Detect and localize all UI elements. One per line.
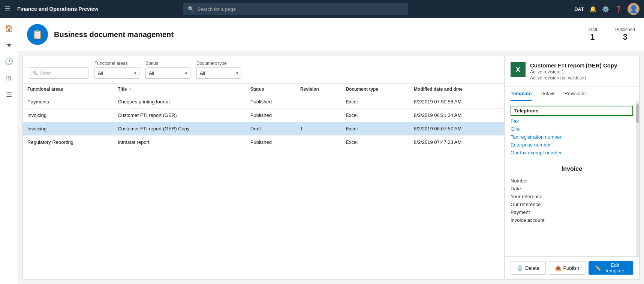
notifications-icon[interactable]: 🔔 — [589, 6, 597, 13]
cell-document-type: Excel — [341, 95, 409, 109]
sidebar-item-list[interactable]: ☰ — [1, 87, 16, 102]
field-number: Number — [505, 177, 639, 185]
cell-functional-area: Regulatory Reporting — [23, 136, 113, 149]
publish-icon: 📤 — [555, 265, 561, 271]
enterprise-link[interactable]: Enterprise number — [505, 141, 639, 149]
table-row[interactable]: Regulatory Reporting Intrastat report Pu… — [23, 136, 504, 149]
fax-link[interactable]: Fax — [505, 117, 639, 125]
delete-icon: 🗑️ — [517, 265, 523, 271]
status-label: Status — [145, 61, 190, 66]
tab-revisions[interactable]: Revisions — [565, 87, 586, 101]
sidebar-item-history[interactable]: 🕐 — [1, 54, 16, 69]
search-bar: 🔍 — [183, 3, 408, 15]
doc-list-panel: 🔍 Functional areas All Status — [22, 56, 505, 280]
search-input[interactable] — [197, 6, 404, 12]
filter-input-wrapper: 🔍 — [29, 67, 88, 79]
cell-status: Published — [246, 95, 296, 109]
settings-icon[interactable]: ⚙️ — [602, 6, 610, 13]
table-row[interactable]: Payments Cheques printing format Publish… — [23, 95, 504, 109]
draft-label: Draft — [587, 27, 597, 32]
cell-functional-area: Invoicing — [23, 122, 113, 136]
cell-modified: 8/2/2019 07:47:23 AM — [409, 136, 504, 149]
hamburger-icon[interactable]: ☰ — [4, 5, 10, 13]
col-functional-areas[interactable]: Functional areas — [23, 84, 113, 95]
functional-areas-group: Functional areas All — [94, 61, 139, 79]
cell-revision — [296, 95, 341, 109]
field-our-reference: Our reference — [505, 200, 639, 208]
filter-input[interactable] — [40, 70, 85, 76]
filter-group: 🔍 — [29, 67, 88, 79]
published-stat: Published 3 — [615, 27, 635, 42]
cell-title: Intrastat report — [113, 136, 246, 149]
tax-exempt-link[interactable]: Our tax exempt number — [505, 149, 639, 157]
side-nav: 🏠 ★ 🕐 ⊞ ☰ — [0, 18, 18, 284]
avatar[interactable]: 👤 — [628, 3, 640, 15]
cell-title: Customer FTI report (GER) — [113, 109, 246, 122]
document-type-label: Document type — [196, 61, 241, 66]
template-name: Customer FTI report (GER) Copy — [530, 62, 617, 69]
tax-reg-link[interactable]: Tax registration number — [505, 133, 639, 141]
col-status[interactable]: Status — [246, 84, 296, 95]
col-document-type[interactable]: Document type — [341, 84, 409, 95]
template-footer: 🗑️ Delete 📤 Publish ✏️ Edit template — [505, 256, 639, 279]
bottom-scrollbar[interactable] — [23, 275, 504, 279]
cell-document-type: Excel — [341, 109, 409, 122]
field-date: Date — [505, 185, 639, 193]
app-title: Finance and Operations Preview — [17, 6, 98, 12]
published-value: 3 — [615, 32, 635, 42]
nav-right: DAT 🔔 ⚙️ ❓ 👤 — [574, 3, 640, 15]
status-select[interactable]: All — [145, 67, 190, 79]
field-payment: Payment — [505, 208, 639, 216]
cell-document-type: Excel — [341, 122, 409, 136]
functional-areas-select[interactable]: All — [94, 67, 139, 79]
field-invoice-account: Invoice account — [505, 216, 639, 224]
cell-modified: 8/2/2019 07:50:56 AM — [409, 95, 504, 109]
table-header: Functional areas Title ↑ Status — [23, 84, 504, 95]
cell-revision — [296, 136, 341, 149]
sidebar-item-star[interactable]: ★ — [1, 37, 16, 52]
template-panel-header: X Customer FTI report (GER) Copy Active … — [505, 56, 639, 87]
top-nav: ☰ Finance and Operations Preview 🔍 DAT 🔔… — [0, 0, 644, 18]
search-icon: 🔍 — [188, 6, 194, 12]
layout: 🏠 ★ 🕐 ⊞ ☰ 📋 Business document management… — [0, 18, 644, 284]
env-badge: DAT — [574, 6, 584, 12]
telephone-item: Telephone — [511, 106, 633, 116]
tab-details[interactable]: Details — [541, 87, 556, 101]
delete-button[interactable]: 🗑️ Delete — [511, 261, 546, 275]
template-sub2: Active revision not validated — [530, 75, 617, 81]
help-icon[interactable]: ❓ — [615, 6, 622, 13]
edit-template-button[interactable]: ✏️ Edit template — [589, 261, 633, 275]
document-type-select[interactable]: All — [196, 67, 241, 79]
template-info: Customer FTI report (GER) Copy Active re… — [530, 62, 617, 81]
edit-icon: ✏️ — [595, 265, 601, 271]
status-select-wrapper: All — [145, 67, 190, 79]
col-revision[interactable]: Revision — [296, 84, 341, 95]
page-title: Business document management — [54, 30, 174, 39]
table-row[interactable]: Invoicing Customer FTI report (GER) Publ… — [23, 109, 504, 122]
template-sub1: Active revision: 1 — [530, 69, 617, 75]
cell-title: Customer FTI report (GER) Copy — [113, 122, 246, 136]
table-row[interactable]: Invoicing Customer FTI report (GER) Copy… — [23, 122, 504, 136]
page-icon: 📋 — [27, 24, 48, 45]
filter-search-icon: 🔍 — [32, 70, 38, 76]
cell-title: Cheques printing format — [113, 95, 246, 109]
sort-icon-title: ↑ — [130, 87, 132, 91]
filters-bar: 🔍 Functional areas All Status — [23, 56, 504, 84]
col-title[interactable]: Title ↑ — [113, 84, 246, 95]
cell-document-type: Excel — [341, 136, 409, 149]
cell-modified: 8/2/2019 08:07:57 AM — [409, 122, 504, 136]
template-content: Telephone Fax Giro Tax registration numb… — [505, 101, 639, 256]
cell-functional-area: Payments — [23, 95, 113, 109]
scroll-track — [636, 101, 639, 256]
module-icon: 📋 — [32, 29, 43, 40]
cell-revision: 1 — [296, 122, 341, 136]
template-tabs: Template Details Revisions — [505, 87, 639, 101]
publish-button[interactable]: 📤 Publish — [549, 261, 586, 275]
sidebar-item-grid[interactable]: ⊞ — [1, 70, 16, 85]
invoice-section-title: Invoice — [505, 157, 639, 177]
sidebar-item-home[interactable]: 🏠 — [1, 21, 16, 36]
giro-link[interactable]: Giro — [505, 125, 639, 133]
draft-value: 1 — [587, 32, 597, 42]
tab-template[interactable]: Template — [511, 87, 532, 101]
col-modified[interactable]: Modified date and time — [409, 84, 504, 95]
